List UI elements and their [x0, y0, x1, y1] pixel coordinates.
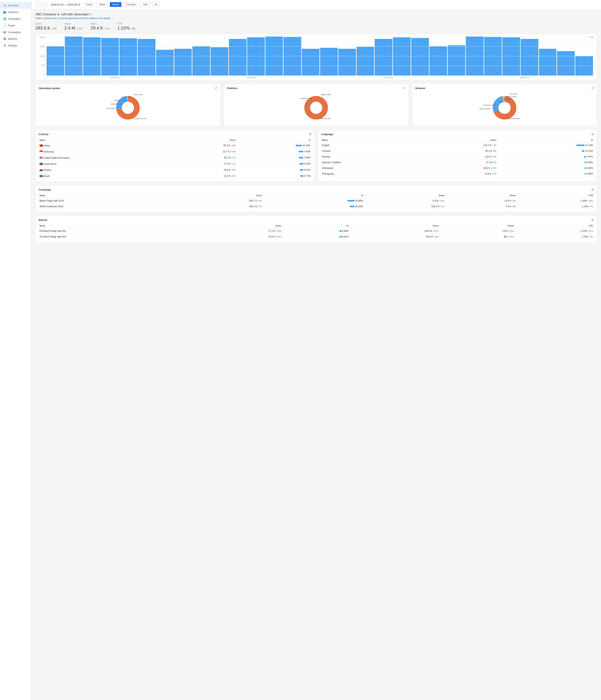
bar — [557, 51, 575, 76]
banner-name: ZH Black Friday Sale 001 — [39, 234, 200, 240]
country-name: 🇮🇩Indonesia — [39, 149, 174, 155]
stat-clicks-change: +1% — [105, 27, 109, 30]
bar — [247, 38, 265, 76]
os-card: Operating system ↺ — [35, 83, 220, 126]
language-pct: 41.14% — [497, 143, 594, 148]
col-name: Name — [39, 223, 200, 228]
bar — [156, 50, 174, 76]
browser-label-opera: Opera 0.02% — [506, 96, 517, 98]
country-users: 16.8 K +8% — [174, 167, 237, 173]
bar — [448, 45, 465, 76]
country-users: 13.4 K +6% — [174, 173, 237, 179]
platform-refresh-icon[interactable]: ↺ — [403, 86, 406, 90]
campaign-ctr: 1.49% -14% — [517, 198, 594, 204]
campaign-icon: 📢 — [3, 30, 6, 34]
bar — [429, 46, 447, 76]
period-all[interactable]: All — [152, 2, 160, 7]
col-name: Name — [39, 138, 174, 143]
col-pct: % — [237, 138, 311, 143]
breadcrumb-dropdown[interactable]: ▾ — [90, 13, 92, 16]
chart-wrapper: 0 5.0K 10.0K 15.0K 20.0K — [39, 36, 594, 79]
os-refresh-icon[interactable]: ↺ — [215, 86, 217, 90]
date-range: 2018.07.24 — 2018.08.22 — [51, 3, 80, 6]
browser-label-edge: Edge 0.09% — [502, 98, 512, 100]
browser-label-firefox: Firefox 1.26% — [499, 101, 510, 103]
content-area: ABC-Company ▶ Left side skyscraper ▾ Fil… — [31, 9, 601, 249]
country-table: Name Users % 🇨🇳China 29.2 K -14% 10.29% … — [39, 138, 311, 179]
country-name: 🇨🇳China — [39, 143, 174, 149]
country-name: 🇷🇺Russia — [39, 167, 174, 173]
stat-views-value: 2.4 M — [64, 26, 75, 30]
table-row: English 116.7 K +3% 41.14% — [321, 143, 594, 148]
table-row: Chinese 35.2 K -9% 12.41% — [321, 148, 594, 154]
col-clicks: Clicks — [445, 193, 517, 198]
os-title: Operating system ↺ — [39, 86, 217, 90]
sidebar-item-audience[interactable]: 👥 Audience — [0, 9, 31, 15]
bar — [83, 38, 101, 76]
sidebar-item-settings[interactable]: ⚙ Settings — [0, 42, 31, 49]
platform-label-desktop: desktop 0.10% — [300, 98, 312, 100]
table-row: 🇨🇳China 29.2 K -14% 10.29% — [39, 143, 311, 149]
svg-point-3 — [123, 103, 133, 113]
sidebar-item-banners[interactable]: 🖼 Banners — [0, 35, 31, 42]
platform-card: Platform ↺ tablet 0.00% desktop 0.10% mo… — [224, 83, 409, 126]
banner-grid-icon[interactable]: ⊞ — [591, 218, 594, 221]
bar — [211, 47, 228, 76]
breadcrumb-arrow: ▶ — [57, 12, 60, 16]
sidebar: ◎ Overview 👥 Audience 🌐 Geography 📄 Page… — [0, 0, 31, 700]
campaign-table: Name Users % Views Clicks CTR Black Frid… — [39, 193, 594, 209]
language-grid-icon[interactable]: ⊞ — [591, 132, 594, 136]
period-week[interactable]: Week — [97, 2, 108, 7]
x-axis-labels: 2018.07.29 2018.08.05 2018.08.12 2018.08… — [46, 76, 594, 79]
people-icon: 👥 — [3, 10, 6, 14]
sidebar-item-pages[interactable]: 📄 Pages — [0, 22, 31, 29]
period-year[interactable]: Year — [140, 2, 150, 7]
bar — [539, 49, 556, 76]
stat-views: Views 2.4 M +11% — [64, 22, 83, 31]
browser-card: Browser ↺ — [412, 83, 597, 126]
country-name: 🇿🇦South Africa — [39, 161, 174, 167]
period-month[interactable]: Month — [110, 2, 122, 7]
language-card: Language ⊞ Name Users % English 116.7 K … — [318, 130, 597, 182]
language-users: 116.7 K +3% — [423, 143, 497, 148]
breadcrumb-page: Left side skyscraper — [61, 12, 89, 16]
country-grid-icon[interactable]: ⊞ — [309, 132, 311, 136]
col-views: Views — [364, 193, 445, 198]
bar — [284, 37, 301, 76]
bar — [120, 38, 137, 76]
sidebar-item-campaigns[interactable]: 📢 Campaigns — [0, 29, 31, 35]
language-title: Language ⊞ — [321, 132, 594, 136]
campaign-card: Campaign ⊞ Name Users % Views Clicks CTR… — [35, 185, 597, 212]
bar — [502, 38, 520, 76]
banner-ctr: 1.25% -3% — [515, 234, 594, 240]
col-users: Users — [174, 138, 237, 143]
banner-card: Banner ⊞ Name Users % Views Clicks CTR E… — [35, 215, 597, 243]
stat-ctr-value: 1.22% — [117, 26, 129, 30]
banner-title: Banner ⊞ — [39, 218, 594, 221]
bar — [375, 39, 392, 76]
sidebar-item-overview[interactable]: ◎ Overview — [0, 2, 31, 9]
col-name: Name — [321, 138, 424, 143]
table-row: Winter Collection 2019 108.4 K +1% 38.25… — [39, 204, 594, 209]
bar — [174, 49, 192, 76]
platform-label-tablet: tablet 0.00% — [321, 94, 331, 96]
y-axis-labels: 0 5.0K 10.0K 15.0K 20.0K — [39, 36, 46, 76]
settings-icon: ⚙ — [3, 44, 6, 47]
country-pct: 10.29% — [237, 143, 311, 149]
period-today[interactable]: Today — [83, 2, 95, 7]
browser-refresh-icon[interactable]: ↺ — [591, 86, 594, 90]
language-users: 22.6 K -5% — [423, 154, 497, 160]
prev-button[interactable]: ‹ — [35, 2, 41, 7]
breadcrumb-company: ABC-Company — [35, 12, 56, 16]
country-pct: 6.19% — [237, 161, 311, 167]
banner-clicks: 2.6 K +20% — [440, 228, 515, 234]
period-3months[interactable]: 3 months — [123, 2, 138, 7]
campaign-grid-icon[interactable]: ⊞ — [591, 188, 594, 191]
campaign-ctr: 1.16% -7% — [517, 204, 594, 209]
table-row: Russian 22.6 K -5% 7.97% — [321, 154, 594, 160]
next-button[interactable]: › — [43, 2, 48, 7]
sidebar-item-geography[interactable]: 🌐 Geography — [0, 15, 31, 22]
banner-pct: 9.58% — [282, 228, 349, 234]
stats-row: Users 283.5 K +4% Views 2.4 M +11% Click… — [35, 22, 597, 31]
banner-icon: 🖼 — [3, 37, 6, 40]
